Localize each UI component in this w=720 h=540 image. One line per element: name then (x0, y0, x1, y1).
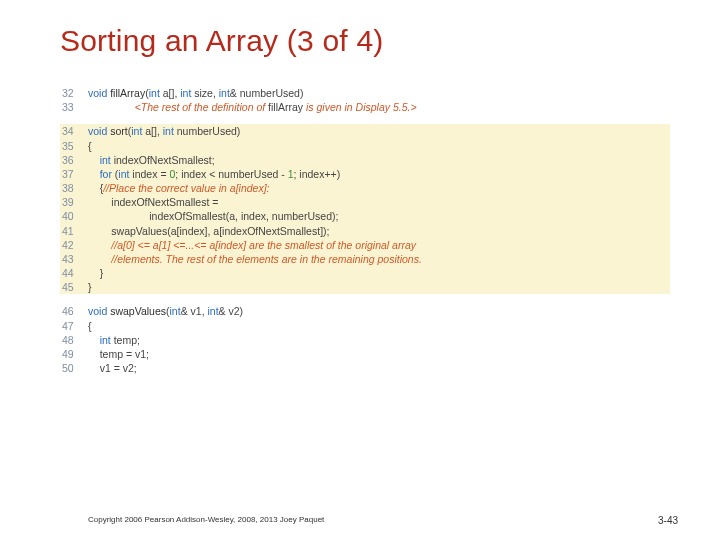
code-line: 43 //elements. The rest of the elements … (60, 252, 670, 266)
code-content: void sort(int a[], int numberUsed) (88, 124, 670, 138)
code-line: 36 int indexOfNextSmallest; (60, 153, 670, 167)
line-number: 50 (60, 361, 88, 375)
code-line: 40 indexOfSmallest(a, index, numberUsed)… (60, 209, 670, 223)
line-number: 40 (60, 209, 88, 223)
code-line: 41 swapValues(a[index], a[indexOfNextSma… (60, 224, 670, 238)
code-line: 44 } (60, 266, 670, 280)
line-number: 46 (60, 304, 88, 318)
code-line: 42 //a[0] <= a[1] <=...<= a[index] are t… (60, 238, 670, 252)
code-content: <The rest of the definition of fillArray… (88, 100, 670, 114)
line-number: 37 (60, 167, 88, 181)
line-number: 36 (60, 153, 88, 167)
code-line: 38 {//Place the correct value in a[index… (60, 181, 670, 195)
code-content: int temp; (88, 333, 670, 347)
line-number: 35 (60, 139, 88, 153)
code-line: 35{ (60, 139, 670, 153)
code-line: 32void fillArray(int a[], int size, int&… (60, 86, 670, 100)
line-number: 41 (60, 224, 88, 238)
code-line: 47{ (60, 319, 670, 333)
code-content: } (88, 280, 670, 294)
code-content: } (88, 266, 670, 280)
code-line: 46void swapValues(int& v1, int& v2) (60, 304, 670, 318)
code-content: int indexOfNextSmallest; (88, 153, 670, 167)
line-number: 38 (60, 181, 88, 195)
page-number: 3-43 (658, 515, 678, 526)
code-content: v1 = v2; (88, 361, 670, 375)
copyright-text: Copyright 2006 Pearson Addison-Wesley, 2… (88, 515, 324, 526)
code-content: {//Place the correct value in a[index]: (88, 181, 670, 195)
code-content: void fillArray(int a[], int size, int& n… (88, 86, 670, 100)
line-number: 32 (60, 86, 88, 100)
slide: Sorting an Array (3 of 4) 32void fillArr… (0, 0, 720, 540)
code-line: 34void sort(int a[], int numberUsed) (60, 124, 670, 138)
line-number: 49 (60, 347, 88, 361)
code-listing: 32void fillArray(int a[], int size, int&… (60, 86, 670, 375)
code-section: 34void sort(int a[], int numberUsed)35{3… (60, 124, 670, 294)
code-content: { (88, 139, 670, 153)
line-number: 34 (60, 124, 88, 138)
code-line: 49 temp = v1; (60, 347, 670, 361)
line-number: 48 (60, 333, 88, 347)
code-content: void swapValues(int& v1, int& v2) (88, 304, 670, 318)
slide-title: Sorting an Array (3 of 4) (60, 24, 670, 58)
code-content: //elements. The rest of the elements are… (88, 252, 670, 266)
code-content: { (88, 319, 670, 333)
code-content: indexOfNextSmallest = (88, 195, 670, 209)
code-section: 32void fillArray(int a[], int size, int&… (60, 86, 670, 114)
code-content: indexOfSmallest(a, index, numberUsed); (88, 209, 670, 223)
line-number: 33 (60, 100, 88, 114)
line-number: 43 (60, 252, 88, 266)
code-line: 48 int temp; (60, 333, 670, 347)
line-number: 45 (60, 280, 88, 294)
line-number: 39 (60, 195, 88, 209)
code-content: for (int index = 0; index < numberUsed -… (88, 167, 670, 181)
code-line: 39 indexOfNextSmallest = (60, 195, 670, 209)
code-content: temp = v1; (88, 347, 670, 361)
footer: Copyright 2006 Pearson Addison-Wesley, 2… (0, 515, 720, 526)
code-content: swapValues(a[index], a[indexOfNextSmalle… (88, 224, 670, 238)
code-line: 50 v1 = v2; (60, 361, 670, 375)
code-line: 45} (60, 280, 670, 294)
line-number: 42 (60, 238, 88, 252)
code-section: 46void swapValues(int& v1, int& v2)47{48… (60, 304, 670, 375)
line-number: 47 (60, 319, 88, 333)
code-line: 33 <The rest of the definition of fillAr… (60, 100, 670, 114)
code-line: 37 for (int index = 0; index < numberUse… (60, 167, 670, 181)
line-number: 44 (60, 266, 88, 280)
code-content: //a[0] <= a[1] <=...<= a[index] are the … (88, 238, 670, 252)
